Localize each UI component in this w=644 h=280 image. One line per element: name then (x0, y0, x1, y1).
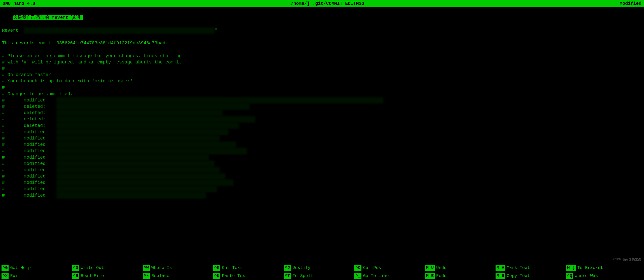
comment-line-2: # with '#' will be ignored, and an empty… (2, 59, 642, 65)
comment-line-6: # (2, 84, 642, 91)
comment-line-3: # (2, 65, 642, 72)
shortcut-label-cur-pos: Cur Pos (363, 265, 381, 271)
file-line-14: # modified: (2, 180, 642, 186)
shortcut-label-to-spell: To Spell (292, 273, 313, 279)
shortcut-go-to-line[interactable]: ^_ Go To Line (353, 272, 423, 280)
file-line-13: # modified: (2, 173, 642, 180)
watermark: CSDN @南国榛里处 (613, 257, 641, 262)
file-line-11: # modified: (2, 161, 642, 167)
shortcut-paste-text[interactable]: ^U Paste Text (212, 272, 282, 280)
shortcuts-panel: ^G Get Help ^O Write Out ^W Where Is ^K … (0, 264, 644, 280)
shortcut-label-mark-text: Mark Text (507, 265, 530, 271)
file-line-5: # deleted: (2, 123, 642, 129)
shortcut-label-paste-text: Paste Text (222, 273, 248, 279)
shortcut-where-was[interactable]: ^Q Where Was (565, 272, 635, 280)
shortcut-justify[interactable]: ^J Justify (282, 264, 353, 272)
shortcut-to-spell[interactable]: ^T To Spell (282, 272, 353, 280)
shortcut-key-where-is: ^W (143, 265, 150, 271)
file-line-9: # modified: (2, 148, 642, 154)
shortcut-label-undo: Undo (436, 265, 447, 271)
file-line-8: # modified: (2, 142, 642, 148)
file-line-4: # deleted: (2, 116, 642, 122)
file-line-12: # modified: (2, 167, 642, 173)
shortcut-key-exit: ^X (2, 273, 9, 279)
shortcut-exit[interactable]: ^X Exit (0, 272, 71, 280)
shortcut-cur-pos[interactable]: ^C Cur Pos (353, 264, 423, 272)
shortcut-row-1: ^G Get Help ^O Write Out ^W Where Is ^K … (0, 264, 644, 272)
shortcut-key-write-out: ^O (72, 265, 79, 271)
shortcut-label-where-was: Where Was (575, 273, 598, 279)
file-path: /home/] .git/COMMIT_EDITMSG (291, 1, 364, 7)
file-line-16: # modified: (2, 192, 642, 199)
shortcut-label-justify: Justify (292, 265, 310, 271)
shortcut-label-exit: Exit (10, 273, 20, 279)
shortcut-key-to-spell: ^T (284, 273, 291, 279)
shortcut-key-cut-text: ^K (213, 265, 220, 271)
shortcut-label-read-file: Read File (81, 273, 104, 279)
shortcut-get-help[interactable]: ^G Get Help (0, 264, 71, 272)
comment-line-5: # Your branch is up to date with 'origin… (2, 78, 642, 84)
shortcut-copy-text[interactable]: M-6 Copy Text (494, 272, 565, 280)
shortcut-label-to-bracket: To Bracket (577, 265, 603, 271)
app-name: GNU nano 4.8 (3, 1, 35, 7)
shortcut-redo[interactable]: M-E Redo (423, 272, 494, 280)
modified-status: Modified (620, 1, 641, 7)
shortcut-undo[interactable]: M-U Undo (423, 264, 494, 272)
shortcut-key-replace: ^\ (143, 273, 150, 279)
shortcut-label-write-out: Write Out (81, 265, 104, 271)
shortcut-write-out[interactable]: ^O Write Out (71, 264, 141, 272)
file-line-2: # deleted: (2, 103, 642, 110)
shortcut-key-copy-text: M-6 (496, 273, 505, 279)
file-line-7: # modified: (2, 135, 642, 142)
shortcut-key-where-was: ^Q (566, 273, 573, 279)
shortcut-key-paste-text: ^U (213, 273, 220, 279)
file-line-10: # modified: (2, 154, 642, 161)
shortcut-replace[interactable]: ^\ Replace (141, 272, 212, 280)
shortcut-row-2: ^X Exit ^R Read File ^\ Replace ^U Paste… (0, 272, 644, 280)
file-line-15: # modified: (2, 186, 642, 192)
editor-line: Revert " " (2, 27, 642, 34)
shortcut-mark-text[interactable]: M-A Mark Text (494, 264, 565, 272)
cursor-line: 这是我自己添加的 revert 说明 (2, 8, 642, 27)
selected-text: 这是我自己添加的 revert 说明 (13, 15, 80, 20)
shortcut-label-replace: Replace (151, 273, 169, 279)
shortcut-label-get-help: Get Help (10, 265, 31, 271)
shortcut-key-get-help: ^G (2, 265, 9, 271)
comment-line-1: # Please enter the commit message for yo… (2, 53, 642, 59)
shortcut-label-redo: Redo (436, 273, 447, 279)
shortcut-key-redo: M-E (425, 273, 435, 279)
shortcut-read-file[interactable]: ^R Read File (71, 272, 141, 280)
shortcut-key-to-bracket: M-] (566, 265, 576, 271)
shortcut-where-is[interactable]: ^W Where Is (141, 264, 212, 272)
shortcut-label-copy-text: Copy Text (507, 273, 530, 279)
shortcut-label-cut-text: Cut Text (222, 265, 242, 271)
file-line-6: # modified: (2, 129, 642, 135)
shortcut-key-read-file: ^R (72, 273, 79, 279)
file-line-3: # deleted: (2, 110, 642, 116)
editor-blank-line-2 (2, 46, 642, 53)
shortcut-key-go-to-line: ^_ (354, 273, 361, 279)
editor-area[interactable]: 这是我自己添加的 revert 说明 Revert " " This rever… (0, 7, 644, 200)
title-bar: GNU nano 4.8 /home/] .git/COMMIT_EDITMSG… (0, 0, 644, 7)
comment-line-7: # Changes to be committed: (2, 91, 642, 97)
file-line-1: # modified: (2, 97, 642, 103)
shortcut-key-mark-text: M-A (496, 265, 505, 271)
revert-commit-line: This reverts commit 33562641c744783e381d… (2, 40, 642, 46)
comment-line-4: # On branch master (2, 72, 642, 78)
shortcut-to-bracket[interactable]: M-] To Bracket (565, 264, 635, 272)
editor-blank-line (2, 34, 642, 40)
shortcut-label-where-is: Where Is (151, 265, 172, 271)
shortcut-cut-text[interactable]: ^K Cut Text (212, 264, 282, 272)
shortcut-key-undo: M-U (425, 265, 435, 271)
shortcut-key-cur-pos: ^C (354, 265, 361, 271)
shortcut-key-justify: ^J (284, 265, 291, 271)
shortcut-label-go-to-line: Go To Line (363, 273, 389, 279)
